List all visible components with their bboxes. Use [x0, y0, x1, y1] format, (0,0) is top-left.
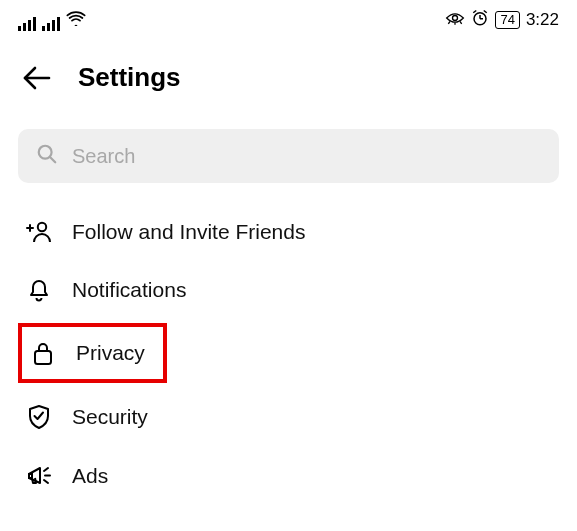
svg-line-3 — [460, 21, 462, 24]
search-box[interactable] — [18, 129, 559, 183]
shield-check-icon — [24, 403, 54, 431]
eye-comfort-icon — [445, 10, 465, 31]
svg-line-8 — [484, 10, 487, 12]
svg-line-1 — [449, 21, 451, 24]
alarm-icon — [471, 9, 489, 32]
back-button[interactable] — [22, 65, 52, 91]
svg-line-11 — [50, 157, 55, 162]
search-icon — [36, 143, 58, 169]
battery-percent: 74 — [500, 12, 514, 28]
bell-icon — [24, 277, 54, 303]
signal-sim1-icon — [18, 15, 36, 31]
status-left — [18, 10, 86, 31]
svg-line-19 — [44, 480, 48, 483]
svg-point-12 — [38, 223, 46, 231]
page-title: Settings — [78, 62, 181, 93]
menu-label: Ads — [72, 464, 108, 488]
signal-sim2-icon — [42, 15, 60, 31]
menu-label: Privacy — [76, 341, 145, 365]
header: Settings — [0, 36, 577, 117]
menu-label: Notifications — [72, 278, 186, 302]
svg-point-0 — [453, 15, 458, 20]
svg-line-17 — [44, 468, 48, 471]
lock-icon — [28, 339, 58, 367]
highlight-box: Privacy — [18, 323, 167, 383]
svg-line-7 — [474, 10, 477, 12]
svg-rect-15 — [35, 351, 51, 364]
battery-icon: 74 — [495, 11, 519, 29]
svg-rect-16 — [29, 474, 32, 478]
status-time: 3:22 — [526, 10, 559, 30]
search-container — [0, 117, 577, 189]
menu-notifications[interactable]: Notifications — [18, 261, 571, 319]
wifi-icon — [66, 10, 86, 31]
settings-menu: Follow and Invite Friends Notifications … — [0, 189, 577, 505]
status-bar: 74 3:22 — [0, 0, 577, 36]
megaphone-icon — [24, 463, 54, 489]
search-input[interactable] — [72, 145, 541, 168]
menu-follow-invite[interactable]: Follow and Invite Friends — [18, 203, 571, 261]
menu-label: Follow and Invite Friends — [72, 220, 305, 244]
menu-privacy[interactable]: Privacy — [24, 335, 149, 371]
menu-label: Security — [72, 405, 148, 429]
add-person-icon — [24, 219, 54, 245]
status-right: 74 3:22 — [445, 9, 559, 32]
menu-security[interactable]: Security — [18, 387, 571, 447]
menu-ads[interactable]: Ads — [18, 447, 571, 505]
